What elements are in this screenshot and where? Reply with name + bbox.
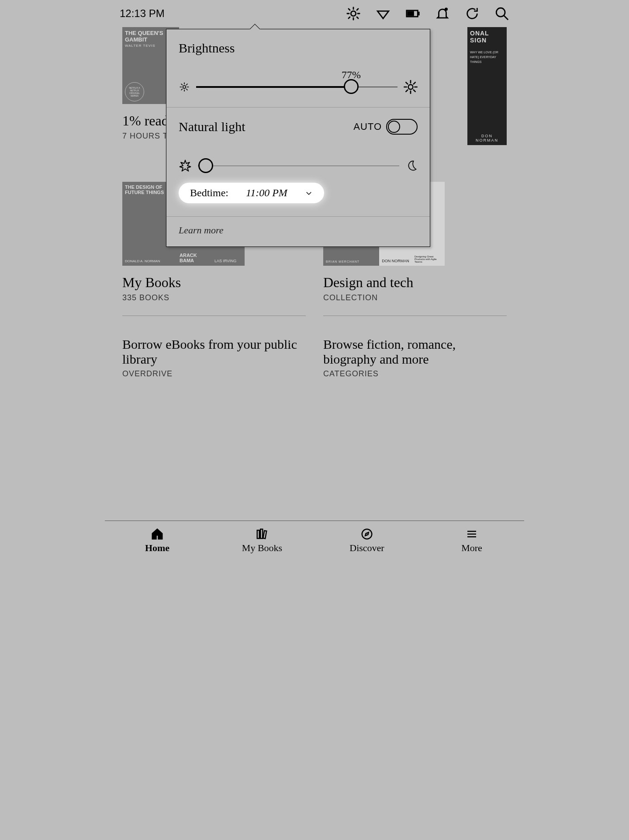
svg-point-24	[408, 85, 413, 90]
bedtime-selector[interactable]: Bedtime: 11:00 PM	[179, 183, 324, 203]
tab-label: My Books	[242, 542, 282, 554]
svg-line-5	[349, 9, 350, 10]
svg-line-14	[504, 15, 508, 20]
svg-rect-10	[418, 12, 419, 15]
wifi-icon[interactable]	[376, 6, 391, 21]
svg-line-23	[187, 84, 187, 85]
moon-icon	[405, 160, 418, 172]
brightness-slider[interactable]: 77%	[179, 80, 418, 94]
svg-marker-38	[365, 532, 369, 536]
status-bar: 12:13 PM	[105, 0, 524, 27]
promo-subtitle: CATEGORIES	[323, 369, 507, 378]
home-icon	[151, 528, 164, 541]
learn-more-link[interactable]: Learn more	[166, 217, 430, 246]
clock: 12:13 PM	[120, 7, 165, 20]
promo-overdrive[interactable]: Borrow eBooks from your public library O…	[122, 316, 306, 378]
shelf-title: My Books	[122, 274, 306, 291]
compass-icon	[360, 528, 373, 541]
auto-toggle[interactable]	[386, 119, 418, 135]
promo-title: Browse fiction, romance, biography and m…	[323, 337, 507, 367]
natural-light-thumb[interactable]	[198, 158, 213, 173]
shelf-subtitle: COLLECTION	[323, 293, 507, 302]
menu-icon	[465, 528, 478, 541]
status-icons	[346, 6, 509, 21]
svg-line-31	[406, 90, 408, 92]
sync-icon[interactable]	[465, 6, 480, 21]
auto-label: AUTO	[353, 121, 382, 132]
promo-title: Borrow eBooks from your public library	[122, 337, 306, 367]
svg-line-30	[414, 90, 415, 92]
search-icon[interactable]	[494, 6, 509, 21]
bedtime-value: 11:00 PM	[246, 187, 287, 199]
svg-rect-34	[257, 530, 259, 538]
shelf-title: Design and tech	[323, 274, 507, 291]
sun-outline-icon	[179, 159, 192, 172]
svg-line-20	[181, 84, 182, 85]
svg-line-21	[187, 89, 187, 90]
natural-light-title: Natural light	[179, 119, 245, 134]
svg-point-37	[362, 529, 372, 539]
bedtime-label: Bedtime:	[190, 187, 228, 199]
promo-categories[interactable]: Browse fiction, romance, biography and m…	[323, 316, 507, 378]
svg-rect-36	[263, 531, 266, 538]
tab-my-books[interactable]: My Books	[210, 521, 314, 560]
svg-line-6	[357, 17, 358, 18]
books-icon	[256, 528, 269, 541]
svg-marker-33	[180, 160, 191, 171]
svg-point-0	[351, 11, 356, 16]
notifications-icon[interactable]	[435, 6, 450, 21]
natural-light-slider[interactable]	[179, 159, 418, 172]
svg-line-32	[414, 82, 415, 84]
svg-rect-35	[260, 529, 263, 538]
svg-line-29	[406, 82, 408, 84]
brightness-title: Brightness	[179, 41, 418, 56]
brightness-popover: Brightness 77% Natural light AUTO	[166, 29, 430, 247]
svg-line-8	[357, 9, 358, 10]
battery-icon[interactable]	[405, 6, 420, 21]
tab-bar: Home My Books Discover More	[105, 521, 524, 560]
svg-point-13	[496, 8, 505, 17]
sun-large-icon	[404, 80, 418, 94]
svg-line-7	[349, 17, 350, 18]
chevron-down-icon	[305, 189, 313, 197]
tab-label: More	[461, 542, 482, 554]
brightness-thumb[interactable]	[344, 79, 359, 94]
svg-point-15	[183, 86, 186, 89]
tab-label: Discover	[349, 542, 384, 554]
svg-point-12	[445, 8, 448, 11]
shelf-subtitle: 335 BOOKS	[122, 293, 306, 302]
svg-line-22	[181, 89, 182, 90]
sun-small-icon	[179, 81, 190, 93]
tab-home[interactable]: Home	[105, 521, 210, 560]
svg-rect-11	[408, 12, 414, 16]
promo-subtitle: OVERDRIVE	[122, 369, 306, 378]
tab-label: Home	[145, 542, 169, 554]
tab-discover[interactable]: Discover	[314, 521, 419, 560]
brightness-icon[interactable]	[346, 6, 361, 21]
tab-more[interactable]: More	[419, 521, 524, 560]
featured-book-cover[interactable]: ONAL SIGN WHY WE LOVE (OR HATE) EVERYDAY…	[467, 27, 507, 145]
